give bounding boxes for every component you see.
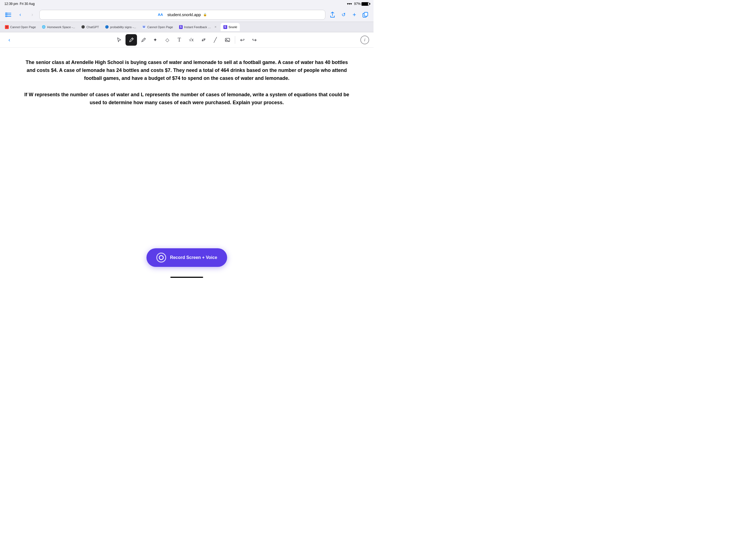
tab-favicon-4: 🔵 xyxy=(105,25,109,29)
question-paragraph-1: The senior class at Arendelle High Schoo… xyxy=(22,58,352,82)
image-tool-button[interactable] xyxy=(222,34,233,46)
svg-rect-1 xyxy=(5,13,11,14)
svg-rect-6 xyxy=(225,38,230,42)
svg-point-7 xyxy=(226,39,227,40)
battery-indicator: 97% xyxy=(354,2,369,6)
record-icon-inner xyxy=(159,255,164,260)
tab-label-7: Snorkl xyxy=(229,25,237,29)
tab-favicon-3: ⚫ xyxy=(81,25,85,29)
tabs-button[interactable] xyxy=(360,10,370,20)
tab-favicon-5: W xyxy=(142,25,146,29)
time: 12:39 pm xyxy=(4,2,18,6)
tab-label-3: ChatGPT xyxy=(86,25,99,29)
forward-navigation-button[interactable]: › xyxy=(27,10,37,20)
tabs-bar: ✕ Cannot Open Page 🌐 Homework Space -...… xyxy=(0,22,374,32)
link-tool-button[interactable] xyxy=(198,34,209,46)
url-display: student.snorkl.app xyxy=(168,12,201,17)
aa-button[interactable]: AA xyxy=(158,12,163,17)
tab-label-5: Cannot Open Page xyxy=(147,25,173,29)
record-button-container: Record Screen + Voice xyxy=(147,248,227,267)
reload-button[interactable]: ↺ xyxy=(338,10,349,20)
lock-icon: 🔒 xyxy=(203,13,207,17)
battery-fill xyxy=(362,2,368,5)
tab-favicon-7: S xyxy=(223,25,227,29)
nav-right-buttons: ↺ + xyxy=(328,10,370,20)
select-tool-button[interactable] xyxy=(113,34,125,46)
tab-favicon-1: ✕ xyxy=(5,25,9,29)
record-icon xyxy=(156,253,166,262)
text-tool-button[interactable]: T xyxy=(174,34,185,46)
sidebar-toggle-button[interactable] xyxy=(3,10,13,20)
svg-rect-2 xyxy=(5,15,11,15)
eraser-tool-button[interactable]: ◇ xyxy=(162,34,173,46)
tab-favicon-2: 🌐 xyxy=(42,25,46,29)
math-tool-button[interactable]: √x xyxy=(186,34,197,46)
question-content: The senior class at Arendelle High Schoo… xyxy=(0,48,374,280)
tab-cannot-open-1[interactable]: ✕ Cannot Open Page xyxy=(2,23,38,31)
tab-probability[interactable]: 🔵 probability signs -... xyxy=(102,23,139,31)
status-time-date: 12:39 pm Fri 30 Aug xyxy=(4,2,35,6)
info-button[interactable]: i xyxy=(360,35,369,44)
wifi-icon: ▾▾▾ xyxy=(347,2,352,6)
tab-label-6: Instant Feedback on... xyxy=(184,25,212,29)
drawing-toolbar: ‹ ✦ ◇ T √x ╱ ↩ ↪ i xyxy=(0,32,374,48)
nav-bar: ‹ › AA student.snorkl.app 🔒 ↺ + xyxy=(0,8,374,22)
home-indicator xyxy=(170,277,203,278)
svg-rect-3 xyxy=(5,16,11,17)
tab-label-1: Cannot Open Page xyxy=(10,25,36,29)
redo-button[interactable]: ↪ xyxy=(249,34,260,46)
highlighter-tool-button[interactable] xyxy=(137,34,149,46)
share-button[interactable] xyxy=(328,10,337,20)
tab-instant-feedback[interactable]: S Instant Feedback on... ✕ xyxy=(176,23,220,31)
tab-label-4: probability signs -... xyxy=(110,25,136,29)
address-bar[interactable]: AA student.snorkl.app 🔒 xyxy=(40,10,325,20)
tab-close-6[interactable]: ✕ xyxy=(213,25,217,29)
tab-cannot-open-2[interactable]: W Cannot Open Page xyxy=(139,23,176,31)
tab-snorkl[interactable]: S Snorkl xyxy=(221,23,240,31)
question-paragraph-2: If W represents the number of cases of w… xyxy=(22,91,352,107)
tab-label-2: Homework Space -... xyxy=(47,25,75,29)
canvas-back-button[interactable]: ‹ xyxy=(4,35,14,45)
record-button-label: Record Screen + Voice xyxy=(170,255,217,260)
main-content-area: The senior class at Arendelle High Schoo… xyxy=(0,48,374,280)
ruler-tool-button[interactable]: ╱ xyxy=(210,34,221,46)
record-screen-voice-button[interactable]: Record Screen + Voice xyxy=(147,248,227,267)
svg-rect-5 xyxy=(364,12,368,16)
status-bar: 12:39 pm Fri 30 Aug ▾▾▾ 97% xyxy=(0,0,374,8)
tab-homework-space[interactable]: 🌐 Homework Space -... xyxy=(39,23,78,31)
pen-tool-button[interactable] xyxy=(126,34,137,46)
battery-percent: 97% xyxy=(354,2,361,6)
undo-button[interactable]: ↩ xyxy=(237,34,248,46)
status-indicators: ▾▾▾ 97% xyxy=(347,2,369,6)
date: Fri 30 Aug xyxy=(20,2,35,6)
new-tab-button[interactable]: + xyxy=(350,10,359,20)
battery-bar xyxy=(361,2,369,6)
tab-chatgpt[interactable]: ⚫ ChatGPT xyxy=(78,23,102,31)
tab-favicon-6: S xyxy=(179,25,183,29)
toolbar-tools: ✦ ◇ T √x ╱ ↩ ↪ xyxy=(0,34,374,46)
sparkle-tool-button[interactable]: ✦ xyxy=(150,34,161,46)
back-navigation-button[interactable]: ‹ xyxy=(15,10,25,20)
